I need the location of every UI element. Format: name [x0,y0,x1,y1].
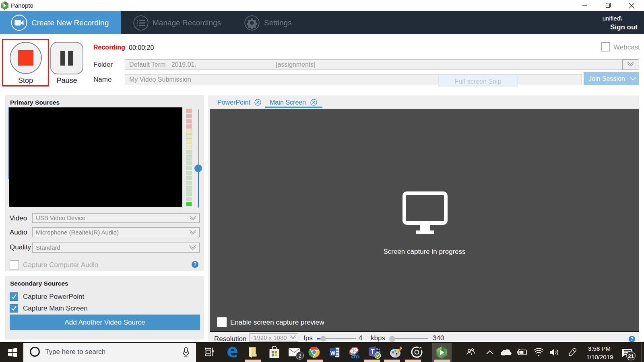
svg-text:W: W [330,350,336,356]
